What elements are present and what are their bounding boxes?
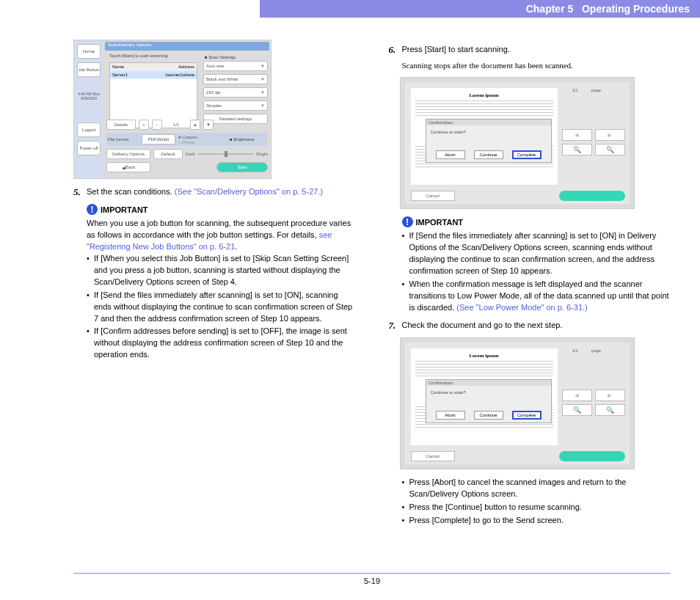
- page-label: page: [591, 88, 601, 92]
- zoom-in-button[interactable]: 🔍: [562, 144, 592, 156]
- chapter-title: Operating Procedures: [582, 3, 690, 15]
- important-icon: !: [402, 216, 413, 227]
- dialog-title: Confirmation: [426, 380, 551, 386]
- page-indicator: 1/1: [165, 122, 187, 127]
- next-page-button[interactable]: ▼: [203, 120, 214, 130]
- logout-button[interactable]: Logout: [77, 122, 101, 137]
- cancel-button[interactable]: Cancel: [411, 451, 455, 461]
- abort-button[interactable]: Abort: [436, 150, 465, 159]
- complete-button[interactable]: Complete: [512, 411, 542, 420]
- important-bullets-6: If [Send the files immediately after sca…: [402, 230, 671, 314]
- bullet-item: If [Confirm addresses before sending] is…: [87, 326, 356, 361]
- nav-right-button[interactable]: ►: [595, 389, 625, 401]
- details-button[interactable]: Details: [106, 120, 136, 130]
- screen-title-bar: Scan/Delivery Options: [105, 42, 269, 51]
- remove-button[interactable]: −: [152, 120, 162, 130]
- add-button[interactable]: +: [139, 120, 149, 130]
- power-off-button[interactable]: Power off: [77, 141, 101, 156]
- color-mode-select[interactable]: Black and White▼: [203, 74, 268, 84]
- bullet-item: When the confirmation message is left di…: [402, 279, 671, 314]
- dpi-select[interactable]: 150 dpi▼: [203, 87, 268, 98]
- scan-settings-label: ■ Scan Settings: [205, 55, 268, 59]
- step-5-number: 5.: [73, 186, 84, 198]
- link-scan-delivery-options[interactable]: (See "Scan/Delivery Options" on p. 5-27.…: [175, 187, 323, 196]
- preview-doc-title: Lorem ipsum: [415, 353, 553, 359]
- bullet-item: If [Send the files immediately after sca…: [87, 290, 356, 325]
- bullet-item: Press [Complete] to go to the Send scree…: [402, 515, 671, 527]
- home-button[interactable]: Home: [77, 44, 101, 59]
- dialog-message: Continue to scan?: [426, 386, 551, 399]
- step-6-number: 6.: [389, 44, 399, 56]
- left-column: Home Job Button 4:44 PM Mon 3/29/2010 Lo…: [73, 40, 356, 528]
- back-button[interactable]: ◀ Back: [106, 162, 150, 172]
- dialog-message: Continue to scan?: [426, 125, 551, 139]
- chapter-number: Chapter 5: [526, 3, 574, 15]
- right-column: 6. Press [Start] to start scanning. Scan…: [389, 40, 671, 528]
- delivery-options-button[interactable]: Delivery Options: [106, 149, 150, 159]
- instruction-label: Touch [Start] to start scanning.: [109, 54, 169, 58]
- step-7-text: Check the document and go to the next st…: [402, 320, 671, 332]
- abort-button[interactable]: Abort: [436, 411, 465, 420]
- cancel-button[interactable]: Cancel: [411, 191, 455, 201]
- step-7-bullets: Press [Abort] to cancel the scanned imag…: [402, 477, 671, 527]
- page-label: page: [591, 348, 601, 353]
- important-label: IMPORTANT: [101, 205, 148, 214]
- destination-list[interactable]: NameAddress Server1\\server1\share: [109, 62, 197, 128]
- default-button[interactable]: Default: [153, 149, 183, 159]
- step-7-number: 7.: [389, 320, 399, 332]
- page-footer: 5-19: [73, 573, 671, 585]
- send-button[interactable]: [559, 191, 625, 201]
- bullet-item: If [When you select this Job Button] is …: [87, 253, 356, 288]
- send-button[interactable]: [559, 451, 625, 461]
- zoom-in-button[interactable]: 🔍: [562, 404, 592, 416]
- brightness-slider[interactable]: [198, 150, 254, 158]
- brightness-label: ■ Brightness: [230, 137, 266, 142]
- start-button[interactable]: Start: [216, 162, 268, 172]
- step-5-text: Set the scan conditions. (See "Scan/Deli…: [87, 186, 356, 198]
- figure-confirmation-dialog-2: Lorem ipsum Confirmation Continue to sca…: [400, 337, 635, 469]
- confirmation-dialog: Confirmation Continue to scan? Abort Con…: [426, 119, 552, 163]
- continue-button[interactable]: Continue: [474, 150, 503, 159]
- page-number: 5-19: [364, 577, 380, 585]
- link-low-power-mode[interactable]: (See "Low Power Mode" on p. 6-31.): [456, 303, 587, 312]
- bullet-item: If [Send the files immediately after sca…: [402, 230, 671, 277]
- bullet-item: Press the [Continue] button to resume sc…: [402, 502, 671, 513]
- figure-scan-delivery-options: Home Job Button 4:44 PM Mon 3/29/2010 Lo…: [73, 40, 271, 179]
- confirmation-dialog: Confirmation Continue to scan? Abort Con…: [426, 379, 552, 423]
- page-count: 1/1: [572, 348, 578, 353]
- job-button[interactable]: Job Button: [77, 62, 101, 77]
- file-format-label: File format: [108, 137, 139, 142]
- chapter-header: Chapter 5 Operating Procedures: [260, 0, 700, 18]
- prev-page-button[interactable]: ▲: [190, 120, 200, 130]
- zoom-out-button[interactable]: 🔍: [595, 404, 625, 416]
- zoom-out-button[interactable]: 🔍: [595, 144, 625, 156]
- dialog-title: Confirmation: [426, 120, 551, 125]
- nav-left-button[interactable]: ◄: [562, 129, 592, 141]
- side-select[interactable]: Simplex▼: [203, 100, 268, 111]
- page-count: 1/1: [572, 88, 578, 92]
- step-6-text: Press [Start] to start scanning.: [402, 44, 671, 56]
- file-format-value[interactable]: PDF(Multi): [142, 134, 175, 144]
- important-icon: !: [87, 204, 98, 215]
- preview-doc-title: Lorem ipsum: [415, 92, 553, 98]
- clock-label: 4:44 PM Mon 3/29/2010: [76, 92, 102, 100]
- step-6-sub: Scanning stops after the document has be…: [402, 60, 671, 71]
- continue-button[interactable]: Continue: [474, 411, 503, 420]
- important-label: IMPORTANT: [416, 218, 464, 227]
- important-intro: When you use a job button for scanning, …: [87, 218, 356, 253]
- complete-button[interactable]: Complete: [512, 150, 542, 159]
- nav-left-button[interactable]: ◄: [562, 389, 592, 401]
- page-size-select[interactable]: Auto size▼: [203, 61, 268, 71]
- figure-confirmation-dialog-1: Lorem ipsum Confirmation Continue to sca…: [400, 77, 635, 209]
- bullet-item: Press [Abort] to cancel the scanned imag…: [402, 477, 671, 500]
- nav-right-button[interactable]: ►: [595, 129, 625, 141]
- important-bullets: If [When you select this Job Button] is …: [87, 253, 356, 361]
